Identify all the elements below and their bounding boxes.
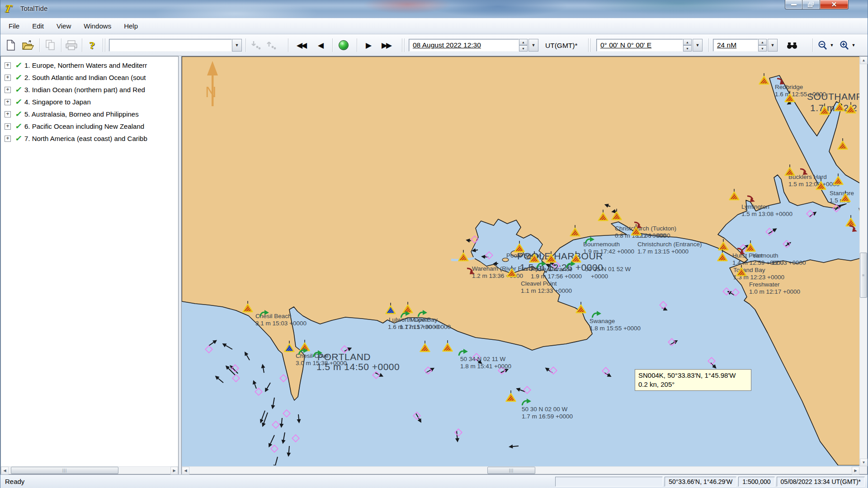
map-scroll-up[interactable]: ▲ xyxy=(860,56,868,64)
step-forward-icon: ▶ xyxy=(366,41,370,50)
step-back-icon: ◀ xyxy=(318,41,322,50)
menubar: FileEditViewWindowsHelp xyxy=(0,18,868,34)
printer-icon xyxy=(66,40,77,50)
station-label: POOLE HARBOUR xyxy=(517,251,603,261)
station-combobox[interactable] xyxy=(109,39,232,52)
help-button[interactable]: ? xyxy=(85,38,99,52)
station-label: Redbridge xyxy=(775,84,803,90)
zoom-in-icon xyxy=(840,40,849,50)
status-empty-panel xyxy=(555,477,663,487)
map-vscrollbar[interactable]: ▲ ≡ ▼ xyxy=(859,56,867,466)
map-scroll-down[interactable]: ▼ xyxy=(860,459,868,466)
tree-item-label: 6. Pacific Ocean including New Zealand xyxy=(24,122,144,130)
expand-icon[interactable]: + xyxy=(5,123,11,130)
map-hscrollbar[interactable]: ◀ ||| ▶ xyxy=(182,466,859,474)
step-forward-button[interactable]: ▶ xyxy=(361,38,375,52)
goto-prev-station-button[interactable] xyxy=(249,38,263,52)
map-hscroll-thumb[interactable]: ||| xyxy=(487,467,535,474)
sidebar-scroll-left[interactable]: ◀ xyxy=(1,467,9,474)
menu-item-edit[interactable]: Edit xyxy=(26,19,50,33)
close-button[interactable]: ✕ xyxy=(820,0,849,9)
copy-icon xyxy=(46,40,56,51)
station-label: Stansore xyxy=(830,190,854,197)
goto-next-station-button[interactable] xyxy=(264,38,278,52)
position-value: 0° 00' N 0° 00' E xyxy=(600,41,651,49)
datetime-dropdown[interactable]: ▼ xyxy=(528,39,538,52)
station-label: 12:06 +0000 xyxy=(636,232,670,239)
zoom-out-icon xyxy=(818,40,828,50)
menu-item-file[interactable]: File xyxy=(2,19,26,33)
now-button[interactable] xyxy=(337,38,350,52)
find-button[interactable] xyxy=(785,38,799,52)
expand-icon[interactable]: + xyxy=(5,75,11,81)
status-position: 50°33.66'N, 1°46.29'W xyxy=(665,477,736,487)
check-icon: ✓ xyxy=(14,73,24,82)
expand-icon[interactable]: + xyxy=(5,111,11,117)
minimize-button[interactable] xyxy=(785,0,802,9)
fast-forward-button[interactable]: ▶▶ xyxy=(379,38,393,52)
chart-view: Redbridge1.6 m 12:55 +0000SOUTHAMPTO1.7 … xyxy=(181,56,868,474)
tree-item-5[interactable]: +✓5. Australasia, Borneo and Philippines xyxy=(1,108,178,120)
zoom-out-dropdown[interactable]: ▼ xyxy=(829,38,835,52)
main-content: +✓1. Europe, Northern Waters and Mediter… xyxy=(0,56,868,474)
position-input[interactable]: 0° 00' N 0° 00' E xyxy=(596,39,683,52)
tree-item-6[interactable]: +✓6. Pacific Ocean including New Zealand xyxy=(1,120,178,132)
scrollbar-corner xyxy=(859,466,867,474)
tree-item-3[interactable]: +✓3. Indian Ocean (northern part) and Re… xyxy=(1,84,178,96)
map-scroll-left[interactable]: ◀ xyxy=(182,467,189,474)
station-label: Swanage xyxy=(590,318,615,324)
range-spinner[interactable]: ▲▼ xyxy=(758,39,767,52)
svg-text:N: N xyxy=(205,83,217,100)
tree-item-4[interactable]: +✓4. Singapore to Japan xyxy=(1,96,178,108)
sidebar-scroll-right[interactable]: ▶ xyxy=(170,467,178,474)
range-dropdown[interactable]: ▼ xyxy=(768,39,778,52)
sidebar-hscrollbar[interactable]: ◀ ||| ▶ xyxy=(1,466,178,474)
range-input[interactable]: 24 nM xyxy=(713,39,758,52)
station-label: 1.8 m 15:55 +0000 xyxy=(590,325,641,332)
menu-item-windows[interactable]: Windows xyxy=(77,19,118,33)
tree-item-label: 3. Indian Ocean (northern part) and Red xyxy=(24,86,145,94)
tree-item-2[interactable]: +✓2. South Atlantic and Indian Ocean (so… xyxy=(1,71,178,84)
station-label: PORTLAND xyxy=(317,352,371,362)
zoom-in-dropdown[interactable]: ▼ xyxy=(850,38,857,52)
rewind-button[interactable]: ◀◀ xyxy=(294,38,308,52)
expand-icon[interactable]: + xyxy=(5,62,11,69)
station-combobox-dropdown[interactable]: ▼ xyxy=(232,39,242,52)
tree-item-1[interactable]: +✓1. Europe, Northern Waters and Mediter… xyxy=(1,59,178,71)
check-icon: ✓ xyxy=(14,85,24,94)
expand-icon[interactable]: + xyxy=(5,136,11,142)
titlebar: T TotalTide ✕ xyxy=(0,0,868,18)
expand-icon[interactable]: + xyxy=(5,99,11,105)
station-label: 1.8 m 15:41 +0000 xyxy=(460,363,511,370)
tree-item-7[interactable]: +✓7. North America (east coast) and Cari… xyxy=(1,132,178,145)
open-button[interactable] xyxy=(21,38,35,52)
menu-item-view[interactable]: View xyxy=(50,19,77,33)
map-vscroll-thumb[interactable]: ≡ xyxy=(860,253,867,298)
timezone-label: UT(GMT)* xyxy=(545,42,577,50)
position-dropdown[interactable]: ▼ xyxy=(693,39,703,52)
expand-icon[interactable]: + xyxy=(5,87,11,93)
tree-item-label: 5. Australasia, Borneo and Philippines xyxy=(24,110,139,118)
position-spinner[interactable]: ▲▼ xyxy=(683,39,692,52)
new-document-icon xyxy=(6,40,15,51)
rewind-icon: ◀◀ xyxy=(297,41,306,50)
copy-button[interactable] xyxy=(44,38,57,52)
print-button[interactable] xyxy=(65,38,78,52)
sidebar-scroll-thumb[interactable]: ||| xyxy=(11,467,118,474)
new-button[interactable] xyxy=(4,38,18,52)
station-label: Lymington xyxy=(741,203,769,210)
datetime-spinner[interactable]: ▲▼ xyxy=(519,39,528,52)
chart-canvas[interactable]: Redbridge1.6 m 12:55 +0000SOUTHAMPTO1.7 … xyxy=(182,56,861,465)
zoom-in-button[interactable] xyxy=(839,38,850,52)
restore-button[interactable] xyxy=(802,0,820,9)
datetime-input[interactable]: 08 August 2022 12:30 xyxy=(409,39,519,52)
step-back-button[interactable]: ◀ xyxy=(313,38,327,52)
map-scroll-right[interactable]: ▶ xyxy=(852,467,859,474)
menu-item-help[interactable]: Help xyxy=(118,19,144,33)
station-label: Wareham (River Frome) xyxy=(472,265,538,272)
toolbar: ? ▼ ◀◀ ◀ ▶ ▶▶ 08 August 2022 12:30 ▲▼ ▼ … xyxy=(0,34,868,56)
check-icon: ✓ xyxy=(14,134,24,143)
statusbar: Ready 50°33.66'N, 1°46.29'W 1:500,000 05… xyxy=(0,474,868,488)
close-icon: ✕ xyxy=(831,0,837,9)
zoom-out-button[interactable] xyxy=(817,38,829,52)
